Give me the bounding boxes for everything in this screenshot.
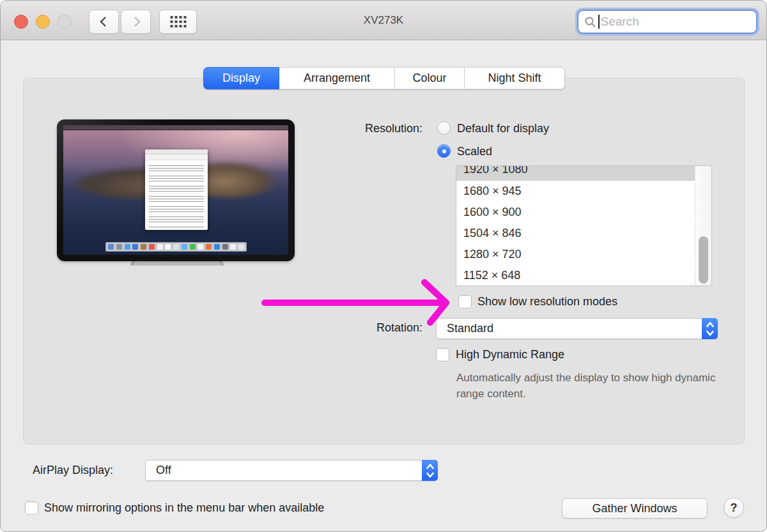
resolution-row[interactable]: 1152 × 648 bbox=[456, 265, 711, 286]
search-input[interactable]: Search bbox=[577, 10, 757, 34]
display-preferences-window: XV273K Search Display Arrangement Colour… bbox=[0, 0, 767, 532]
help-button[interactable]: ? bbox=[724, 498, 744, 518]
radio-default-label: Default for display bbox=[457, 122, 549, 135]
stepper-icon bbox=[702, 318, 718, 339]
zoom-button-disabled bbox=[58, 15, 72, 29]
rotation-label: Rotation: bbox=[295, 321, 422, 335]
resolution-row[interactable]: 1280 × 720 bbox=[456, 244, 711, 265]
tab-night-shift[interactable]: Night Shift bbox=[465, 67, 565, 89]
minimize-button[interactable] bbox=[36, 15, 50, 29]
close-button[interactable] bbox=[14, 15, 28, 29]
resolution-list[interactable]: 1920 × 1080 1680 × 945 1600 × 900 1504 ×… bbox=[456, 165, 712, 286]
mini-document-text bbox=[149, 163, 204, 227]
mini-dock bbox=[105, 242, 247, 252]
resolution-label: Resolution: bbox=[295, 122, 422, 135]
resolution-row-selected[interactable]: 1920 × 1080 bbox=[456, 166, 711, 181]
back-button[interactable] bbox=[89, 10, 119, 34]
airplay-value: Off bbox=[156, 464, 171, 476]
hdr-label: High Dynamic Range bbox=[456, 348, 564, 361]
rotation-select[interactable]: Standard bbox=[436, 318, 718, 339]
hdr-checkbox[interactable] bbox=[436, 348, 449, 361]
show-low-resolution-label: Show low resolution modes bbox=[477, 295, 617, 308]
show-low-resolution-checkbox[interactable] bbox=[458, 295, 472, 308]
resolution-row[interactable]: 1600 × 900 bbox=[456, 202, 711, 223]
tab-display[interactable]: Display bbox=[203, 67, 279, 89]
show-all-preferences-button[interactable] bbox=[159, 10, 197, 34]
radio-default-for-display[interactable] bbox=[437, 121, 451, 135]
mirroring-label: Show mirroring options in the menu bar w… bbox=[44, 501, 324, 515]
tab-arrangement[interactable]: Arrangement bbox=[279, 67, 395, 89]
search-icon bbox=[584, 16, 596, 28]
mini-document-toolbar bbox=[145, 155, 208, 160]
search-placeholder: Search bbox=[601, 15, 639, 29]
forward-button bbox=[121, 10, 151, 34]
mini-document-window bbox=[145, 149, 208, 230]
tab-colour[interactable]: Colour bbox=[395, 67, 465, 89]
chevron-right-icon bbox=[130, 17, 140, 27]
resolution-row[interactable]: 1680 × 945 bbox=[456, 181, 711, 202]
airplay-label: AirPlay Display: bbox=[33, 464, 113, 477]
airplay-select[interactable]: Off bbox=[145, 460, 438, 481]
mini-document-titlebar bbox=[145, 149, 208, 155]
monitor-screen-wallpaper bbox=[63, 125, 288, 255]
rotation-value: Standard bbox=[447, 322, 493, 335]
scrollbar-track[interactable] bbox=[695, 166, 711, 285]
gather-windows-button[interactable]: Gather Windows bbox=[562, 498, 708, 519]
grid-icon bbox=[170, 16, 186, 27]
monitor-preview bbox=[57, 119, 295, 261]
titlebar: XV273K Search bbox=[1, 1, 766, 40]
radio-scaled[interactable] bbox=[437, 144, 451, 158]
radio-scaled-label: Scaled bbox=[457, 145, 492, 158]
hdr-description: Automatically adjust the display to show… bbox=[456, 370, 738, 402]
tab-bar: Display Arrangement Colour Night Shift bbox=[203, 67, 565, 89]
stepper-icon bbox=[422, 460, 438, 481]
scrollbar-thumb[interactable] bbox=[699, 236, 708, 284]
text-caret bbox=[598, 15, 600, 29]
mirroring-checkbox[interactable] bbox=[25, 501, 38, 515]
chevron-left-icon bbox=[100, 17, 110, 27]
resolution-row[interactable]: 1504 × 846 bbox=[456, 223, 711, 244]
mini-menu-bar bbox=[63, 125, 288, 130]
